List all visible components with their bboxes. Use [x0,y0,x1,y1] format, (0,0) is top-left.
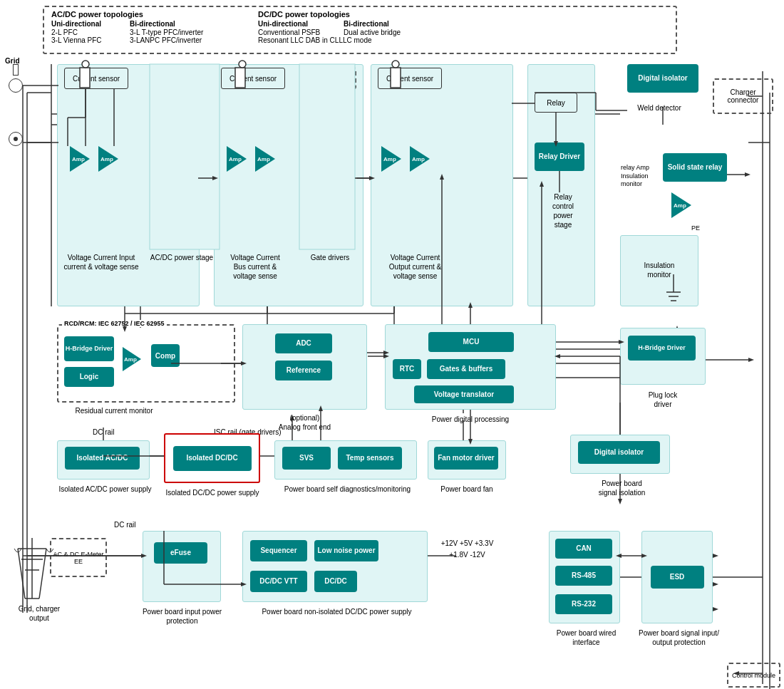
logic-box: Logic [64,367,114,387]
amp-5: Amp [381,146,403,173]
amp-4: Amp [255,146,277,173]
svg-line-74 [39,549,46,599]
acdc-power-stage-label: AC/DC power stage [143,253,221,262]
rtc-box: RTC [393,359,421,379]
pe-label: PE [691,224,700,232]
adc-box: ADC [275,333,332,353]
digital-isolator-signal-box: Digital isolator [578,441,660,464]
grid-charger-output-label: Grid, charger output [11,604,68,623]
mcu-box: MCU [428,332,514,352]
power-board-self-diag-label: Power board self diagnostics/monitoring [274,485,421,494]
gate-buffers-1: Gate & buffers [153,157,212,177]
power-board-fan-label: Power board fan [424,485,510,494]
power-digital-processing-label: Power digital processing [388,415,552,424]
signal-io-label: Power board signal input/ output protect… [638,628,720,647]
power-supply-section: Sequencer Low noise power DC/DC VTT DC/D… [242,531,428,602]
relay-driver: Relay Driver [535,143,584,171]
sequencer-box: Sequencer [250,540,307,561]
plug-lock-driver-label: Plug lockdriver [620,390,706,409]
h-bridge-left: H-Bridge Driver [64,336,114,361]
voltages-label: +12V +5V +3.3V +1.8V -12V [440,538,494,561]
wired-interface-label: Power board wired interface [549,628,624,647]
voltage-current-input-label: Voltage Current Input current & voltage … [58,253,144,271]
grid-tower [11,538,53,603]
svs-temp-section: SVS Temp sensors [274,440,417,480]
voltage-current-bus-label: Voltage CurrentBus current &voltage sens… [212,253,298,281]
current-sensor-2: Current sensor [221,68,285,89]
charger-connector: Charger connector [713,78,773,114]
svs-box: SVS [282,447,331,470]
gates-buffers-mcu: Gates & buffers [427,359,505,379]
reference-box: Reference [275,361,332,380]
efuse-box: eFuse [154,542,207,564]
amp-1: Amp [70,146,91,173]
h-bridge-right: H-Bridge Driver [628,336,696,361]
svg-marker-29 [618,499,622,504]
rs485-box: RS-485 [555,566,612,586]
dcdc-vtt-box: DC/DC VTT [250,571,307,592]
ac-dc-emeter-box: AC & DC E-Meter EE [50,538,107,577]
input-power-protection-label: Power board input power protection [141,607,223,626]
digital-isolator-signal: Digital isolator [570,435,670,474]
power-board-signal-isolation-label: Power boardsignal isolation [570,479,674,497]
wired-interface-section: CAN RS-485 RS-232 [549,531,620,623]
relay-box: Relay [535,93,577,113]
grid-label: Grid [5,57,20,65]
non-isolated-supply-label: Power board non-isolated DC/DC power sup… [242,607,431,616]
temp-sensors-box: Temp sensors [338,447,402,470]
efuse-section: eFuse [143,531,221,602]
amp-6: Amp [410,146,431,173]
svg-marker-14 [748,358,754,362]
can-box: CAN [555,539,612,559]
digital-isolator-2: Digital isolator [303,128,351,148]
fan-motor-box: Fan motor driver [434,447,498,470]
ac-dc-topologies-label: AC/DC power topologies [51,10,143,19]
relay-control-label: Relaycontrolpowerstage [527,192,599,229]
low-noise-power-box: Low noise power [314,540,378,561]
amp-right: Amp [671,192,693,219]
dc-rail-top-label: DC rail [93,428,115,437]
isolated-acdc-label: Isolated AC/DC power supply [57,485,153,494]
uni-label: Uni-directional [51,20,101,28]
control-module-box: Control module [727,663,780,688]
esd-box: ESD [651,566,704,589]
isolated-acdc-box: Isolated AC/DC [65,447,140,470]
amp-2: Amp [98,146,120,173]
svg-text:Amp: Amp [72,156,85,162]
current-sensor-3: Current sensor [378,68,442,89]
isolated-dcdc-box: Isolated DC/DC [173,446,252,471]
residual-current-label: Residual current monitor [57,406,171,415]
dc-items2: Dual active bridge [344,29,401,36]
uni-items: 2-L PFC3-L Vienna PFC [51,29,102,44]
svg-text:Amp: Amp [412,156,425,162]
rcd-rcm-section: RCD/RCM: IEC 62752 / IEC 62955 H-Bridge … [57,324,235,403]
fan-motor-section: Fan motor driver [428,440,506,480]
mcu-section: MCU RTC Gates & buffers Voltage translat… [385,324,556,410]
isolated-acdc-section: Isolated AC/DC [57,440,150,480]
power-fets-1: Power FETs [150,68,217,89]
topologies-header: AC/DC power topologies Uni-directional B… [43,6,677,54]
dc-uni-label: Uni-directional [258,20,308,28]
voltage-translator: Voltage translator [414,385,514,403]
isolated-dcdc-label: Isolated DC/DC power supply [163,488,262,497]
voltage-current-output-label: Voltage CurrentOutput current &voltage s… [371,253,460,281]
rs232-box: RS-232 [555,594,612,614]
svg-marker-45 [713,607,718,611]
gate-buffers-2: Gate & buffers [303,157,351,177]
gate-drivers-2: Gate drivers [303,100,351,120]
svg-text:Amp: Amp [383,156,396,162]
svg-text:Amp: Amp [229,156,242,162]
dcdc-box: DC/DC [314,571,357,592]
insulation-monitor-section: Insulationmonitor [620,235,698,306]
svg-text:Amp: Amp [100,156,113,162]
amp-3: Amp [227,146,248,173]
rcd-rcm-label: RCD/RCM: IEC 62752 / IEC 62955 [62,320,167,327]
dc-bi-label: Bi-directional [344,20,389,28]
insulation-monitor-label: Insulationmonitor [621,236,698,279]
current-sensor-1: Current sensor [64,68,128,89]
isolated-dcdc-section: Isolated DC/DC [164,433,260,483]
bi-label: Bi-directional [130,20,175,28]
solid-state-relay: Solid state relay [663,153,727,182]
relay-amp-insulation-label: relay Amp Insulation monitor [621,164,671,189]
svg-marker-41 [713,554,718,558]
